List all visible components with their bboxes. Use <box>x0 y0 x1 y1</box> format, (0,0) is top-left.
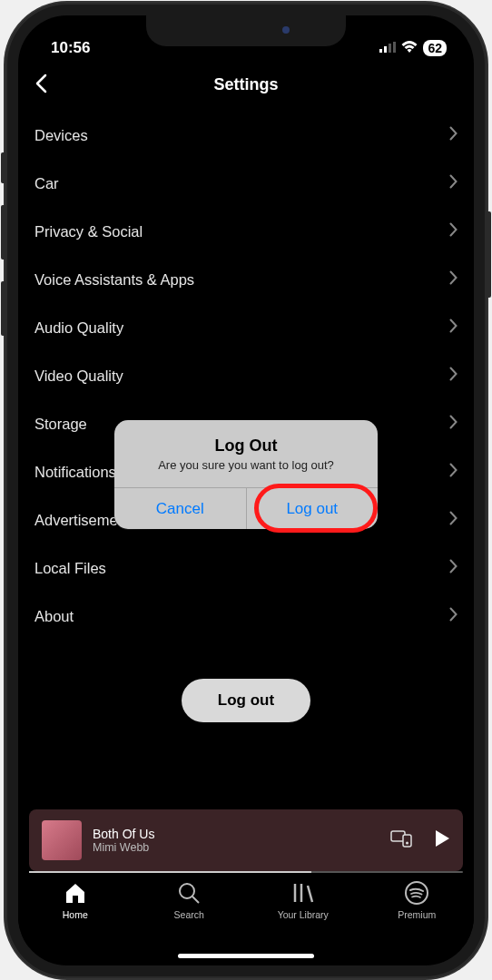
home-icon <box>63 880 88 906</box>
list-item-label: Devices <box>34 127 88 144</box>
now-playing-bar[interactable]: Both Of Us Mimi Webb <box>29 809 463 871</box>
playback-progress[interactable] <box>29 871 463 873</box>
settings-item-about[interactable]: About <box>34 593 458 641</box>
nav-library[interactable]: Your Library <box>246 880 360 920</box>
cancel-button[interactable]: Cancel <box>114 488 247 529</box>
battery-badge: 62 <box>423 40 447 56</box>
svg-rect-5 <box>403 835 411 847</box>
spotify-icon <box>404 880 429 906</box>
search-icon <box>176 880 202 906</box>
list-item-label: Video Quality <box>34 368 123 385</box>
status-time: 10:56 <box>51 39 90 57</box>
chevron-right-icon <box>449 174 458 192</box>
notch <box>146 15 346 46</box>
track-title: Both Of Us <box>93 827 379 841</box>
list-item-label: Local Files <box>34 560 106 577</box>
chevron-right-icon <box>449 270 458 289</box>
nav-label: Search <box>174 909 204 920</box>
settings-item-privacy[interactable]: Privacy & Social <box>34 208 458 256</box>
back-button[interactable] <box>34 74 47 97</box>
settings-item-voice[interactable]: Voice Assistants & Apps <box>34 256 458 304</box>
chevron-right-icon <box>449 367 458 385</box>
list-item-label: Voice Assistants & Apps <box>34 271 194 289</box>
list-item-label: Car <box>34 175 59 192</box>
list-item-label: Privacy & Social <box>34 223 143 240</box>
bottom-nav: Home Search Your Library Premium <box>18 873 474 947</box>
signal-icon <box>379 39 396 57</box>
list-item-label: Storage <box>34 416 87 433</box>
list-item-label: About <box>34 608 74 625</box>
settings-item-video-quality[interactable]: Video Quality <box>34 352 458 400</box>
nav-premium[interactable]: Premium <box>360 880 475 920</box>
svg-point-7 <box>180 884 194 898</box>
settings-item-audio-quality[interactable]: Audio Quality <box>34 304 458 352</box>
nav-search[interactable]: Search <box>133 880 247 920</box>
phone-frame: 10:56 62 Settings Devices <box>5 3 487 978</box>
chevron-right-icon <box>449 415 458 433</box>
svg-rect-1 <box>384 46 387 53</box>
home-indicator[interactable] <box>178 954 314 958</box>
track-artist: Mimi Webb <box>93 841 379 854</box>
chevron-right-icon <box>449 126 458 144</box>
settings-item-car[interactable]: Car <box>34 160 458 208</box>
chevron-right-icon <box>449 318 458 337</box>
svg-line-8 <box>192 897 199 903</box>
play-icon[interactable] <box>434 829 450 851</box>
settings-content: Devices Car Privacy & Social Voice Assis… <box>18 112 474 809</box>
dialog-message: Are you sure you want to log out? <box>129 458 363 474</box>
confirm-logout-button[interactable]: Log out <box>247 488 379 529</box>
chevron-right-icon <box>449 511 458 529</box>
nav-home[interactable]: Home <box>18 880 133 920</box>
chevron-right-icon <box>449 559 458 577</box>
wifi-icon <box>401 39 418 57</box>
svg-point-6 <box>406 841 408 844</box>
logout-confirm-dialog: Log Out Are you sure you want to log out… <box>114 420 378 530</box>
library-icon <box>290 880 316 906</box>
chevron-right-icon <box>449 607 458 625</box>
svg-line-11 <box>308 886 312 902</box>
list-item-label: Audio Quality <box>34 319 123 337</box>
nav-label: Your Library <box>278 909 329 920</box>
header: Settings <box>18 59 474 112</box>
logout-button[interactable]: Log out <box>182 679 310 722</box>
nav-label: Home <box>63 909 88 920</box>
chevron-right-icon <box>449 463 458 481</box>
dialog-title: Log Out <box>129 436 363 456</box>
album-art <box>42 820 82 860</box>
chevron-right-icon <box>449 222 458 240</box>
settings-item-local-files[interactable]: Local Files <box>34 544 458 593</box>
devices-icon[interactable] <box>390 829 412 851</box>
svg-rect-2 <box>389 44 391 53</box>
list-item-label: Notifications <box>34 464 116 481</box>
track-info: Both Of Us Mimi Webb <box>93 827 379 854</box>
svg-rect-3 <box>393 42 396 53</box>
page-title: Settings <box>213 75 278 94</box>
nav-label: Premium <box>398 909 436 920</box>
phone-screen: 10:56 62 Settings Devices <box>18 15 474 965</box>
settings-item-devices[interactable]: Devices <box>34 112 458 160</box>
svg-rect-0 <box>379 49 382 53</box>
